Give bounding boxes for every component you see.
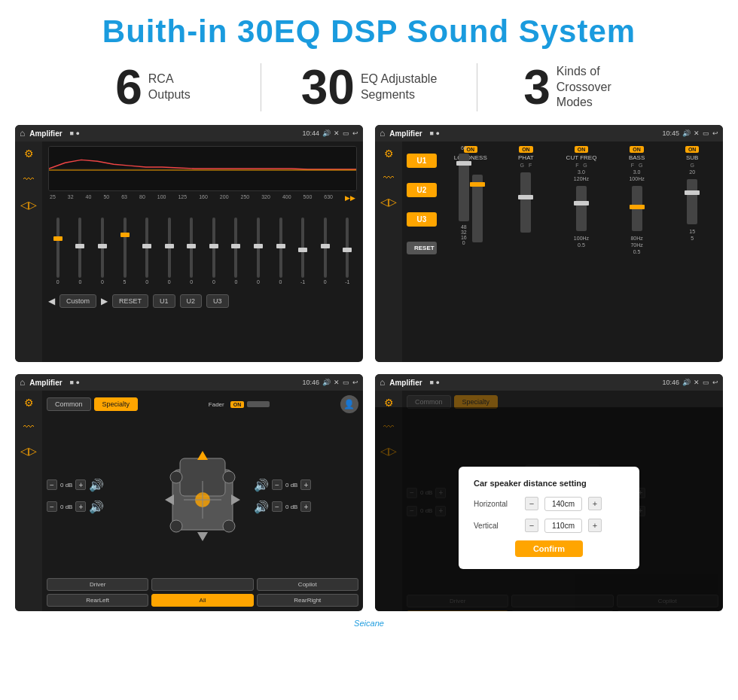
dialog-home-icon[interactable]: ⌂ [380, 377, 385, 388]
dialog-overlay: Car speaker distance setting Horizontal … [375, 407, 723, 611]
car-diagram [157, 443, 248, 549]
driver-btn[interactable]: Driver [47, 578, 148, 591]
vertical-minus-btn[interactable]: − [525, 519, 538, 532]
stat-crossover-number: 3 [523, 63, 550, 111]
xover-sub-channel: ON SUB G 20 15 5 [666, 146, 718, 241]
left-rear-plus[interactable]: + [75, 501, 86, 512]
eq-slider-6: 0 [160, 218, 179, 285]
bass-label: BASS [629, 154, 645, 161]
fader-slider[interactable] [247, 401, 270, 407]
all-btn[interactable]: All [151, 594, 253, 607]
eq-slider-4: 5 [115, 218, 135, 285]
copilot-btn[interactable]: Copilot [257, 578, 358, 591]
amp-topbar: ⌂ Amplifier ■ ● 10:46 🔊 ✕ ▭ ↩ [15, 374, 363, 391]
amp-sidebar: ⚙ 〰 ◁▷ [15, 391, 42, 611]
fader-on-badge: ON [230, 401, 245, 408]
eq-u2-btn[interactable]: U2 [180, 294, 203, 308]
stat-rca-label: RCAOutputs [148, 72, 191, 103]
eq-slider-8: 0 [204, 218, 224, 285]
amp-main-area: Common Specialty Fader ON 👤 − 0 dB + [42, 391, 363, 611]
vertical-plus-btn[interactable]: + [588, 519, 602, 532]
svg-point-4 [170, 520, 182, 532]
close-icon: ✕ [334, 129, 340, 137]
right-front-plus[interactable]: + [300, 479, 311, 490]
xover-u-section: U1 U2 U3 RESET [402, 142, 440, 362]
xover-reset-btn[interactable]: RESET [407, 242, 437, 254]
screenshots-grid: ⌂ Amplifier ■ ● 10:44 🔊 ✕ ▭ ↩ ⚙ 〰 ◁▷ [0, 125, 738, 619]
amp-specialty-tab[interactable]: Specialty [94, 397, 139, 411]
eq-bottom-bar: ◀ Custom ▶ RESET U1 U2 U3 [48, 291, 357, 312]
xover-icon2[interactable]: 〰 [383, 172, 394, 184]
eq-reset-btn[interactable]: RESET [112, 294, 148, 308]
svg-marker-12 [197, 532, 208, 541]
horizontal-minus-btn[interactable]: − [525, 497, 538, 510]
eq-slider-5: 0 [137, 218, 157, 285]
vertical-value: 110cm [544, 519, 582, 533]
eq-slider-10: 0 [249, 218, 268, 285]
eq-slider-7: 0 [181, 218, 201, 285]
xover-u1-btn[interactable]: U1 [407, 154, 437, 168]
xover-close-icon: ✕ [694, 129, 700, 137]
rearright-btn[interactable]: RearRight [257, 594, 358, 607]
amp-icon1[interactable]: ⚙ [24, 397, 34, 409]
eq-content: ⚙ 〰 ◁▷ 2532 [15, 142, 363, 362]
rearleft-btn[interactable]: RearLeft [47, 594, 148, 607]
dialog-screen: ⌂ Amplifier ■ ● 10:46 🔊 ✕ ▭ ↩ ⚙ 〰 ◁▷ [375, 374, 723, 611]
eq-u1-btn[interactable]: U1 [153, 294, 175, 308]
xover-window-icon: ▭ [703, 129, 709, 137]
eq-icon3[interactable]: ◁▷ [20, 199, 37, 211]
horizontal-plus-btn[interactable]: + [588, 497, 602, 510]
amp-icon3[interactable]: ◁▷ [20, 445, 37, 457]
watermark-text: Seicane [354, 619, 384, 628]
distance-dialog: Car speaker distance setting Horizontal … [459, 467, 639, 569]
amp-icon2[interactable]: 〰 [23, 421, 34, 433]
dialog-time: 10:46 [662, 379, 679, 386]
right-rear-minus[interactable]: − [272, 501, 282, 512]
xover-sidebar: ⚙ 〰 ◁▷ [375, 142, 402, 362]
xover-back-icon: ↩ [712, 129, 718, 137]
right-front-db: 🔊 − 0 dB + [254, 478, 358, 492]
eq-time: 10:44 [302, 129, 319, 137]
left-front-minus[interactable]: − [47, 479, 57, 490]
amp-common-tab[interactable]: Common [47, 397, 91, 411]
back-icon: ↩ [352, 129, 358, 137]
eq-next-btn[interactable]: ▶ [101, 296, 108, 306]
confirm-button[interactable]: Confirm [515, 540, 583, 557]
stat-eq-number: 30 [301, 63, 355, 111]
empty-btn [151, 578, 253, 591]
dialog-bg-content: ⚙ 〰 ◁▷ Common Specialty − 0 dB [375, 391, 723, 611]
eq-prev-btn[interactable]: ◀ [48, 296, 55, 306]
amp-home-icon[interactable]: ⌂ [20, 377, 25, 388]
xover-speaker-icon: 🔊 [682, 129, 691, 137]
xover-home-icon[interactable]: ⌂ [380, 128, 385, 138]
left-rear-minus[interactable]: − [47, 501, 57, 512]
dialog-window-icon: ▭ [703, 379, 709, 386]
eq-icon1[interactable]: ⚙ [24, 148, 34, 160]
xover-icon1[interactable]: ⚙ [384, 148, 394, 160]
right-front-value: 0 dB [285, 482, 297, 488]
eq-slider-12: -1 [293, 218, 313, 285]
right-rear-speaker-icon: 🔊 [254, 500, 269, 514]
eq-topbar: ⌂ Amplifier ■ ● 10:44 🔊 ✕ ▭ ↩ [15, 125, 363, 142]
left-front-plus[interactable]: + [75, 479, 86, 490]
sub-on-badge: ON [685, 146, 700, 153]
xover-icon3[interactable]: ◁▷ [380, 196, 397, 208]
eq-screen: ⌂ Amplifier ■ ● 10:44 🔊 ✕ ▭ ↩ ⚙ 〰 ◁▷ [15, 125, 363, 362]
right-front-minus[interactable]: − [272, 479, 282, 490]
xover-title: Amplifier [389, 129, 422, 138]
xover-u2-btn[interactable]: U2 [407, 183, 437, 197]
eq-slider-13: 0 [316, 218, 335, 285]
xover-status-icons: 10:45 🔊 ✕ ▭ ↩ [662, 129, 718, 137]
xover-u3-btn[interactable]: U3 [407, 212, 437, 227]
amp-content: ⚙ 〰 ◁▷ Common Specialty Fader ON 👤 [15, 391, 363, 611]
eq-slider-1: 0 [48, 218, 68, 285]
sub-sub: G [690, 163, 694, 168]
eq-icon2[interactable]: 〰 [23, 173, 34, 185]
amp-dot-icon: ■ ● [70, 379, 80, 386]
eq-custom-btn[interactable]: Custom [59, 294, 96, 308]
home-icon[interactable]: ⌂ [20, 128, 25, 138]
profile-icon[interactable]: 👤 [340, 395, 358, 413]
right-rear-plus[interactable]: + [300, 501, 311, 512]
eq-u3-btn[interactable]: U3 [206, 294, 229, 308]
phat-label: PHAT [518, 154, 534, 161]
